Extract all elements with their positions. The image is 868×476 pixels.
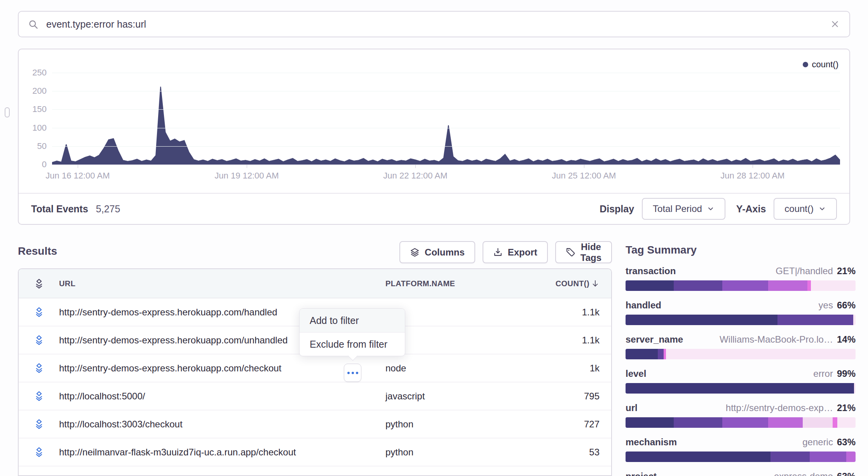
url-cell[interactable]: http://localhost:5000/ bbox=[59, 391, 611, 402]
table-row[interactable]: http://localhost:5000/ javascript 795 bbox=[19, 382, 611, 410]
stack-icon[interactable] bbox=[19, 307, 59, 317]
stack-icon[interactable] bbox=[19, 391, 59, 401]
tag-row-handled: handled yes 66% bbox=[626, 300, 856, 325]
tag-bar-segment bbox=[626, 315, 777, 325]
column-header-platform[interactable]: PLATFORM.NAME bbox=[385, 279, 455, 288]
y-gridline bbox=[52, 146, 840, 147]
tag-top-value: http://sentry-demos-exp… bbox=[726, 402, 833, 413]
stack-icon[interactable] bbox=[19, 335, 59, 345]
tag-top-percent: 21% bbox=[837, 266, 856, 276]
platform-cell: javascript bbox=[385, 391, 425, 402]
export-button[interactable]: Export bbox=[483, 241, 548, 263]
count-cell: 53 bbox=[589, 447, 600, 458]
tag-row-mechanism: mechanism generic 63% bbox=[626, 437, 856, 462]
ellipsis-dot bbox=[356, 372, 358, 374]
total-events-label: Total Events bbox=[31, 203, 88, 215]
tag-icon bbox=[566, 247, 575, 257]
display-select-value: Total Period bbox=[653, 203, 702, 214]
tag-distribution-bar[interactable] bbox=[626, 452, 856, 462]
y-axis-tick-label: 100 bbox=[22, 123, 47, 133]
tag-name: server_name bbox=[626, 334, 683, 345]
y-gridline bbox=[52, 109, 840, 110]
tag-bar-segment bbox=[854, 383, 856, 394]
row-actions-button[interactable] bbox=[344, 364, 361, 382]
table-row[interactable]: http://neilmanvar-flask-m3uuizd7iq-uc.a.… bbox=[19, 438, 611, 466]
column-header-count[interactable]: COUNT() bbox=[556, 279, 600, 288]
stack-icon[interactable] bbox=[19, 419, 59, 429]
tag-top-value: generic bbox=[802, 437, 833, 448]
tag-bar-segment bbox=[626, 349, 658, 359]
tag-top-value: error bbox=[813, 368, 833, 379]
chart-legend[interactable]: count() bbox=[803, 60, 838, 70]
hide-tags-button[interactable]: Hide Tags bbox=[555, 241, 612, 263]
count-header-label: COUNT() bbox=[556, 279, 589, 288]
tag-bar-segment bbox=[810, 452, 847, 462]
tag-bar-segment bbox=[770, 452, 810, 462]
platform-cell: node bbox=[385, 363, 406, 374]
context-menu: Add to filter Exclude from filter bbox=[299, 308, 405, 356]
sidebar-collapse-handle[interactable] bbox=[5, 107, 10, 117]
count-cell: 1.1k bbox=[582, 307, 600, 318]
tag-distribution-bar[interactable] bbox=[626, 383, 856, 394]
menu-item-add-to-filter[interactable]: Add to filter bbox=[300, 309, 405, 332]
url-cell[interactable]: http://neilmanvar-flask-m3uuizd7iq-uc.a.… bbox=[59, 447, 611, 458]
columns-button[interactable]: Columns bbox=[399, 241, 475, 263]
tag-name: mechanism bbox=[626, 437, 677, 448]
events-area-chart[interactable]: 050100150200250Jun 16 12:00 AMJun 19 12:… bbox=[52, 73, 840, 164]
stack-icon[interactable] bbox=[19, 447, 59, 457]
ellipsis-dot bbox=[352, 372, 354, 374]
table-header-row: URL PLATFORM.NAME COUNT() bbox=[19, 269, 611, 298]
x-axis-tick-label: Jun 25 12:00 AM bbox=[552, 171, 616, 181]
y-axis-tick-label: 50 bbox=[22, 141, 47, 151]
display-select[interactable]: Total Period bbox=[642, 198, 725, 220]
y-axis-tick-label: 150 bbox=[22, 104, 47, 114]
platform-cell: python bbox=[385, 419, 413, 430]
yaxis-select[interactable]: count() bbox=[774, 198, 837, 220]
tag-distribution-bar[interactable] bbox=[626, 349, 856, 359]
clear-search-icon[interactable] bbox=[830, 19, 840, 29]
tag-distribution-bar[interactable] bbox=[626, 280, 856, 291]
tag-name: transaction bbox=[626, 266, 676, 276]
y-gridline bbox=[52, 73, 840, 73]
area-series bbox=[52, 73, 840, 164]
tag-bar-segment bbox=[768, 417, 803, 428]
tag-bar-segment bbox=[722, 280, 768, 291]
tag-row-url: url http://sentry-demos-exp… 21% bbox=[626, 402, 856, 428]
tag-name: level bbox=[626, 368, 646, 379]
tag-bar-segment bbox=[666, 349, 856, 359]
url-cell[interactable]: http://localhost:3003/checkout bbox=[59, 419, 611, 430]
columns-stack-icon bbox=[410, 247, 420, 257]
count-cell: 1.1k bbox=[582, 335, 600, 346]
tag-bar-segment bbox=[833, 417, 837, 428]
tag-name: handled bbox=[626, 300, 661, 311]
stack-icon[interactable] bbox=[19, 363, 59, 373]
stack-icon[interactable] bbox=[19, 278, 59, 289]
tag-distribution-bar[interactable] bbox=[626, 315, 856, 325]
ellipsis-dot bbox=[347, 372, 350, 374]
search-bar[interactable]: event.type:error has:url bbox=[18, 11, 850, 37]
x-axis-tick-label: Jun 19 12:00 AM bbox=[214, 171, 279, 181]
tag-row-project: project express-demo 63% bbox=[626, 471, 856, 476]
tag-top-value: GET|/handled bbox=[776, 266, 833, 276]
table-row[interactable]: http://sentry-demos-express.herokuapp.co… bbox=[19, 354, 611, 382]
x-axis-tick bbox=[247, 164, 247, 168]
table-row[interactable]: http://localhost:3003/checkout python 72… bbox=[19, 410, 611, 438]
sort-desc-arrow-icon bbox=[591, 279, 600, 288]
x-axis-tick-label: Jun 28 12:00 AM bbox=[720, 171, 784, 181]
count-cell: 727 bbox=[584, 419, 600, 430]
tag-bar-segment bbox=[626, 280, 674, 291]
url-cell[interactable]: http://sentry-demos-express.herokuapp.co… bbox=[59, 363, 611, 374]
chart-footer: Total Events 5,275 Display Total Period … bbox=[19, 193, 849, 224]
legend-series-dot bbox=[803, 62, 808, 67]
tag-top-value: express-demo bbox=[774, 471, 833, 476]
column-header-url[interactable]: URL bbox=[59, 279, 611, 288]
y-axis-tick-label: 250 bbox=[22, 68, 47, 78]
tag-name: project bbox=[626, 471, 657, 476]
yaxis-label: Y-Axis bbox=[736, 203, 766, 215]
tag-bar-segment bbox=[674, 417, 722, 428]
columns-button-label: Columns bbox=[425, 247, 465, 258]
tag-distribution-bar[interactable] bbox=[626, 417, 856, 428]
search-query-text[interactable]: event.type:error has:url bbox=[46, 19, 830, 30]
yaxis-select-value: count() bbox=[784, 203, 814, 214]
y-gridline bbox=[52, 164, 840, 165]
